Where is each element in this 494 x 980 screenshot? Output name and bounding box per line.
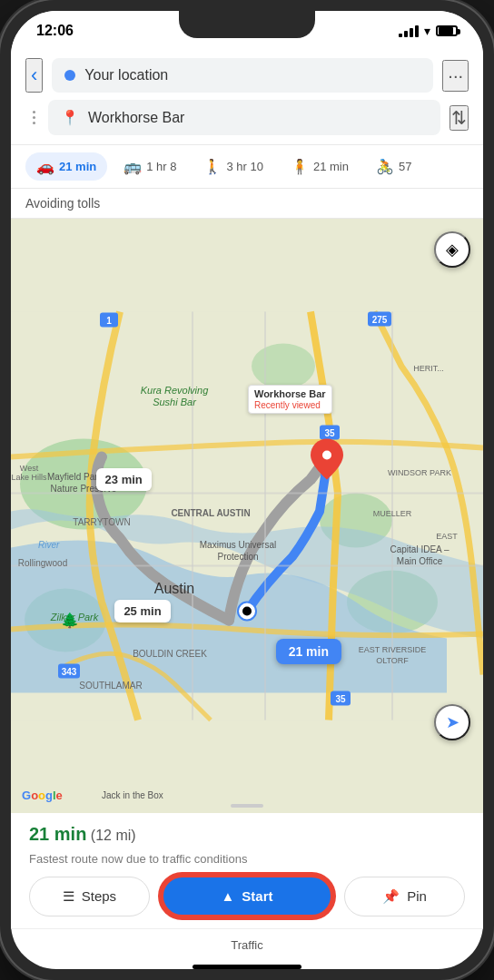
pin-button[interactable]: 📌 Pin [344, 877, 465, 916]
avoiding-row: Avoiding tolls [11, 189, 483, 219]
svg-text:Lake Hills: Lake Hills [11, 473, 47, 482]
battery-fill [439, 27, 453, 34]
phone-screen: 12:06 ▾ ‹ Your location [11, 11, 483, 969]
tab-transit[interactable]: 🚌 1 hr 8 [113, 152, 187, 181]
route-summary: 21 min (12 mi) [29, 824, 465, 845]
svg-text:BOULDIN CREEK: BOULDIN CREEK [133, 649, 207, 659]
cycling-time: 57 [399, 160, 411, 173]
svg-text:Main Office: Main Office [397, 556, 443, 566]
svg-text:SOUTHLAMAR: SOUTHLAMAR [79, 681, 142, 691]
svg-point-5 [252, 344, 315, 389]
steps-label: Steps [82, 888, 116, 904]
svg-text:MUELLER: MUELLER [373, 509, 412, 518]
back-button[interactable]: ‹ [25, 58, 43, 93]
layers-icon: ◈ [446, 240, 459, 260]
tab-cycling[interactable]: 🚴 57 [365, 152, 422, 181]
svg-text:OLTORF: OLTORF [376, 656, 409, 665]
svg-text:CENTRAL AUSTIN: CENTRAL AUSTIN [171, 508, 250, 518]
svg-text:River: River [38, 540, 60, 550]
traffic-label: Traffic [231, 938, 262, 952]
svg-text:Capital IDEA –: Capital IDEA – [390, 544, 449, 554]
traffic-tab[interactable]: Traffic [11, 928, 483, 961]
svg-text:WINDSOR PARK: WINDSOR PARK [388, 468, 451, 477]
phone-frame: 12:06 ▾ ‹ Your location [0, 0, 494, 980]
walking-time: 3 hr 10 [226, 160, 262, 173]
svg-text:Sushi Bar: Sushi Bar [153, 397, 197, 407]
svg-text:Austin: Austin [154, 581, 194, 596]
signal-bars [399, 25, 419, 37]
more-button[interactable]: ··· [442, 60, 469, 92]
map-area[interactable]: 35 1 343 35 275 Kura Revolving Sushi Bar… [11, 219, 483, 813]
workhorse-name: Workhorse Bar [254, 388, 326, 399]
destination-field[interactable]: 📍 Workhorse Bar [48, 100, 440, 135]
bar2 [404, 31, 408, 37]
nav-header: ‹ Your location ··· 📍 Workhorse Bar ⇅ [11, 51, 483, 145]
compass-button[interactable]: ➤ [434, 704, 470, 740]
svg-text:275: 275 [372, 315, 388, 325]
taxi-icon: 🧍 [291, 158, 309, 175]
tab-taxi[interactable]: 🧍 21 min [280, 152, 360, 181]
bottom-panel: 21 min (12 mi) Fastest route now due to … [11, 813, 483, 928]
action-buttons: ☰ Steps ▲ Start 📌 Pin [29, 875, 465, 917]
route-detail: Fastest route now due to traffic conditi… [29, 852, 465, 866]
bike-icon: 🚴 [376, 158, 394, 175]
walk-icon: 🚶 [203, 158, 222, 175]
origin-field[interactable]: Your location [52, 58, 433, 93]
compass-icon: ➤ [446, 712, 459, 732]
tab-driving[interactable]: 🚗 21 min [25, 152, 107, 181]
location-dot-icon [64, 70, 75, 81]
notch [179, 11, 315, 38]
bar1 [399, 34, 402, 37]
navigation-icon: ▲ [221, 888, 234, 904]
origin-text: Your location [84, 67, 420, 83]
status-icons: ▾ [399, 24, 458, 38]
bus-icon: 🚌 [124, 158, 142, 175]
swap-button[interactable]: ⇅ [450, 105, 469, 131]
svg-text:Maximus Universal: Maximus Universal [200, 540, 276, 550]
svg-text:West: West [20, 464, 39, 473]
svg-text:HERIT...: HERIT... [413, 364, 444, 373]
time-bubble-alt2: 25 min [114, 600, 170, 622]
battery-icon [436, 25, 458, 36]
destination-row: 📍 Workhorse Bar ⇅ [25, 100, 469, 135]
workhorse-pin-label: Workhorse Bar Recently viewed [248, 385, 332, 414]
svg-text:Protection: Protection [217, 552, 258, 562]
google-logo: Google [22, 789, 63, 802]
driving-time: 21 min [59, 160, 96, 173]
pin-label: Pin [407, 888, 427, 904]
start-label: Start [242, 888, 272, 904]
destination-text: Workhorse Bar [88, 110, 428, 126]
svg-text:EAST: EAST [436, 532, 458, 541]
svg-text:🌲: 🌲 [61, 612, 79, 629]
svg-text:Rollingwood: Rollingwood [18, 558, 67, 568]
recently-viewed-label: Recently viewed [254, 400, 321, 410]
svg-text:35: 35 [324, 428, 335, 438]
bar3 [410, 28, 413, 37]
map-svg: 35 1 343 35 275 Kura Revolving Sushi Bar… [11, 219, 483, 813]
bar4 [415, 25, 419, 37]
tab-walking[interactable]: 🚶 3 hr 10 [193, 152, 273, 181]
transit-time: 1 hr 8 [146, 160, 176, 173]
status-time: 12:06 [36, 23, 74, 39]
car-icon: 🚗 [36, 158, 54, 175]
avoiding-tolls-text: Avoiding tolls [25, 196, 100, 211]
route-distance: (12 mi) [91, 828, 136, 843]
route-dots-icon [29, 107, 39, 128]
svg-point-48 [322, 451, 331, 460]
jack-in-box-label: Jack in the Box [102, 790, 163, 800]
map-layer-button[interactable]: ◈ [434, 231, 470, 268]
start-button[interactable]: ▲ Start [161, 875, 333, 917]
time-bubble-alt1: 23 min [96, 468, 152, 491]
pin-icon: 📌 [382, 888, 400, 905]
workhorse-pin: Workhorse Bar Recently viewed [248, 385, 332, 416]
taxi-time: 21 min [313, 160, 349, 173]
time-bubble-main: 21 min [276, 639, 341, 664]
route-time: 21 min [29, 824, 86, 844]
svg-text:TARRYTOWN: TARRYTOWN [73, 517, 130, 527]
steps-icon: ☰ [63, 888, 74, 905]
svg-text:Kura Revolving: Kura Revolving [141, 385, 209, 396]
origin-row: ‹ Your location ··· [25, 58, 469, 93]
steps-button[interactable]: ☰ Steps [29, 877, 150, 916]
svg-text:343: 343 [62, 667, 77, 677]
svg-point-50 [242, 607, 252, 616]
